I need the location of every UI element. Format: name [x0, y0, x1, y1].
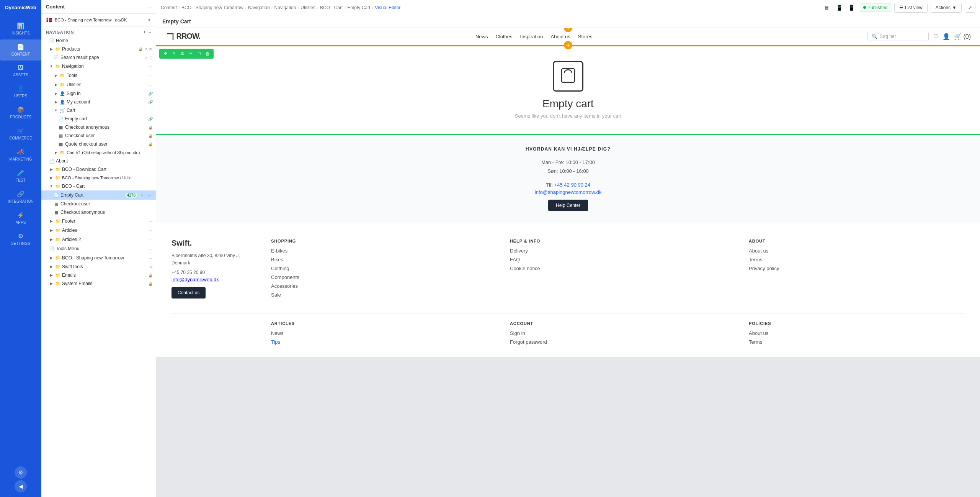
- chevron-down-icon[interactable]: ▼: [54, 108, 58, 113]
- footer-link-sign-in[interactable]: Sign in: [510, 330, 726, 336]
- sidebar-item-apps[interactable]: ⚡ APPS: [0, 208, 41, 229]
- chevron-right-icon[interactable]: ▶: [49, 219, 54, 223]
- tree-item-tools-menu[interactable]: 📄 Tools Menu ···: [41, 244, 156, 253]
- chevron-right-icon[interactable]: ▶: [49, 228, 54, 233]
- footer-link-privacy[interactable]: Privacy policy: [749, 266, 965, 271]
- tree-item-cart[interactable]: ▼ 🛒 Cart: [41, 106, 156, 115]
- footer-link-ebikes[interactable]: E-bikes: [271, 248, 487, 254]
- sidebar-item-test[interactable]: 🧪 TEST: [0, 166, 41, 187]
- more-icon[interactable]: ···: [148, 72, 153, 79]
- store-search[interactable]: 🔍 Søg her: [867, 32, 929, 41]
- chevron-right-icon[interactable]: ▶: [49, 256, 54, 260]
- footer-link-terms[interactable]: Terms: [749, 257, 965, 262]
- footer-link-policies-terms[interactable]: Terms: [749, 339, 965, 345]
- footer-link-cookie[interactable]: Cookie notice: [510, 266, 726, 271]
- footer-link-about-us[interactable]: About us: [749, 248, 965, 254]
- mobile-view-btn[interactable]: 📱: [846, 2, 857, 13]
- tree-item-articles-2[interactable]: ▶ 📁 Articles 2 ···: [41, 235, 156, 244]
- chevron-right-icon[interactable]: ▶: [49, 47, 54, 51]
- move-icon[interactable]: ✥: [162, 50, 169, 57]
- chevron-right-icon[interactable]: ▶: [54, 73, 58, 78]
- breadcrumb-empty-cart[interactable]: Empty Cart: [347, 5, 370, 10]
- more-icon[interactable]: ···: [147, 192, 153, 198]
- store-nav-stores[interactable]: Stores: [578, 34, 593, 39]
- breadcrumb-navigation2[interactable]: Navigation: [274, 5, 296, 10]
- chevron-right-icon[interactable]: ▶: [54, 100, 58, 104]
- help-email-link[interactable]: info@shapingnewtomorrow.dk: [535, 189, 601, 195]
- sidebar-item-insights[interactable]: 📊 INSIGHTS: [0, 18, 41, 39]
- sidebar-item-content[interactable]: 📄 CONTENT: [0, 39, 41, 61]
- duplicate-icon[interactable]: ⧉: [178, 50, 186, 57]
- hide-icon[interactable]: ◻: [195, 50, 203, 57]
- navigation-actions[interactable]: + ···: [143, 30, 151, 35]
- settings-bottom-icon[interactable]: ⚙: [15, 466, 27, 479]
- sidebar-item-assets[interactable]: 🖼 ASSETS: [0, 61, 41, 81]
- more-icon[interactable]: ···: [148, 218, 153, 224]
- tree-item-bco-cart[interactable]: ▼ 📁 BCO - Cart: [41, 182, 156, 190]
- tree-item-bco-shaping-util[interactable]: ▶ 📁 BCO - Shaping new Tomorrow / Utilie: [41, 174, 156, 182]
- chevron-right-icon[interactable]: ▶: [49, 273, 54, 277]
- sidebar-item-users[interactable]: 👤 USERS: [0, 81, 41, 102]
- expand-button[interactable]: ⤢: [965, 3, 975, 13]
- footer-link-forgot-password[interactable]: Forgot password: [510, 339, 726, 345]
- tree-item-tools[interactable]: ▶ 📁 Tools ···: [41, 71, 156, 80]
- store-nav-news[interactable]: News: [475, 34, 488, 39]
- editor-area[interactable]: + RROW. News Clothes Inspiration About u…: [156, 28, 980, 497]
- tree-item-search-result[interactable]: 📄 Search result page ↗ ♡: [41, 53, 156, 62]
- tree-item-system-emails[interactable]: ▶ 📁 System Emails 🔒: [41, 279, 156, 288]
- more-options-icon[interactable]: ···: [147, 4, 151, 10]
- sidebar-item-settings[interactable]: ⚙ SETTINGS: [0, 229, 41, 250]
- tree-item-checkout-user[interactable]: ▦ Checkout user 🔒: [41, 131, 156, 140]
- help-phone-link[interactable]: +45 42 90 90 24: [554, 182, 590, 188]
- tree-item-emails[interactable]: ▶ 📁 Emails 🔒: [41, 271, 156, 279]
- footer-link-clothing[interactable]: Clothing: [271, 266, 487, 271]
- sidebar-item-integration[interactable]: 🔗 INTEGRATION: [0, 187, 41, 208]
- sidebar-item-products[interactable]: 📦 PRODUCTS: [0, 102, 41, 123]
- tablet-view-btn[interactable]: 📱: [834, 2, 844, 13]
- breadcrumb-bco[interactable]: BCO - Shaping new Tomorrow: [181, 5, 243, 10]
- add-icon[interactable]: +: [139, 192, 145, 198]
- tree-item-utilities[interactable]: ▶ 📁 Utilities ···: [41, 80, 156, 89]
- footer-link-accessories[interactable]: Accessories: [271, 283, 487, 289]
- footer-link-bikes[interactable]: Bikes: [271, 257, 487, 262]
- site-selector[interactable]: 🇩🇰 BCO - Shaping new Tomorrow da-DK ▼: [41, 14, 156, 26]
- tree-item-bco-download[interactable]: ▶ 📁 BCO - Download Cart: [41, 165, 156, 174]
- tree-item-sign-in[interactable]: ▶ 👤 Sign in 🔗: [41, 89, 156, 98]
- tree-item-empty-cart-4278[interactable]: 📄 Empty Cart 4278 + ···: [41, 190, 156, 200]
- more-icon[interactable]: ···: [148, 227, 153, 233]
- tree-item-checkout-anonymous-bco[interactable]: ▦ Checkout anonymous: [41, 208, 156, 217]
- breadcrumb-visual-editor[interactable]: Visual Editor: [375, 5, 400, 10]
- footer-link-news[interactable]: News: [271, 330, 487, 336]
- delete-icon[interactable]: 🗑: [204, 50, 211, 57]
- tree-item-products[interactable]: ▶ 📁 Products 🔒 ↗ 👁: [41, 45, 156, 53]
- add-navigation-icon[interactable]: +: [143, 30, 146, 35]
- more-icon[interactable]: ···: [148, 82, 153, 88]
- collapse-icon[interactable]: ◀: [15, 480, 27, 492]
- footer-link-sale[interactable]: Sale: [271, 292, 487, 298]
- content-panel-actions[interactable]: ···: [147, 4, 151, 10]
- store-nav-inspiration[interactable]: Inspiration: [520, 34, 543, 39]
- sidebar-item-marketing[interactable]: 📣 MARKETING: [0, 144, 41, 166]
- wishlist-icon[interactable]: ♡: [933, 33, 939, 40]
- add-row-bottom-button[interactable]: +: [564, 41, 572, 49]
- tree-item-about[interactable]: 📄 About: [41, 157, 156, 165]
- tree-item-navigation[interactable]: ▼ 📁 Navigation ···: [41, 62, 156, 71]
- chevron-down-icon[interactable]: ▼: [49, 184, 54, 189]
- add-row-top-button[interactable]: +: [564, 28, 572, 32]
- chevron-right-icon[interactable]: ▶: [49, 281, 54, 286]
- store-nav-clothes[interactable]: Clothes: [495, 34, 512, 39]
- tree-item-my-account[interactable]: ▶ 👤 My account 🔗: [41, 98, 156, 106]
- account-icon[interactable]: 👤: [942, 33, 950, 40]
- chevron-right-icon[interactable]: ▶: [54, 82, 58, 87]
- tree-item-footer[interactable]: ▶ 📁 Footer ···: [41, 217, 156, 226]
- footer-link-delivery[interactable]: Delivery: [510, 248, 726, 254]
- tree-item-checkout-user-bco[interactable]: ▦ Checkout user: [41, 200, 156, 208]
- breadcrumb-utilities[interactable]: Utilities: [301, 5, 315, 10]
- chevron-right-icon[interactable]: ▶: [49, 167, 54, 172]
- tree-item-empty-cart[interactable]: 📄 Empty cart 🔗: [41, 115, 156, 123]
- footer-link-tips[interactable]: Tips: [271, 339, 487, 345]
- tree-item-bco-shaping[interactable]: ▶ 📁 BCO - Shaping new Tomorrow ···: [41, 253, 156, 262]
- chevron-right-icon[interactable]: ▶: [54, 91, 58, 96]
- desktop-view-btn[interactable]: 🖥: [822, 2, 832, 13]
- chevron-right-icon[interactable]: ▶: [49, 264, 54, 269]
